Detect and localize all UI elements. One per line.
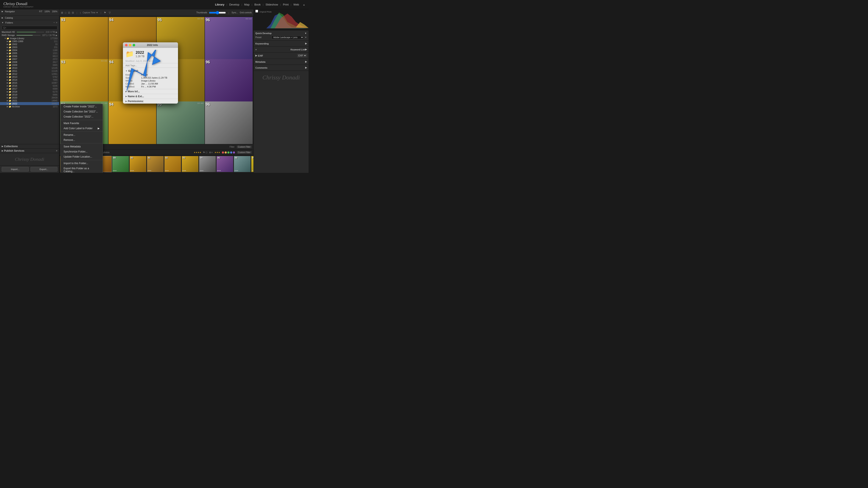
photo-cell[interactable]: 94 ★★★★ ◁⊡◨ xyxy=(108,101,156,144)
folder-2017[interactable]: ▶📁20176589 xyxy=(0,87,59,90)
modal-general-header[interactable]: ▼ General: xyxy=(125,69,176,73)
folder-1983-1999[interactable]: ▶📁1983-1999111 xyxy=(0,40,59,43)
folder-2013[interactable]: ▶📁20135762 xyxy=(0,75,59,78)
folder-2016[interactable]: ▶📁20166206 xyxy=(0,84,59,87)
modal-close-button[interactable] xyxy=(125,44,128,46)
folder-2020[interactable]: ▶📁202028439 xyxy=(0,96,59,99)
photo-cell[interactable]: 96 ISO 100 ★★★ ◁⊡◨ xyxy=(205,17,253,65)
modal-permissions[interactable]: ▶ Permissions: xyxy=(123,99,178,104)
folder-2018[interactable]: ▶📁20186170 xyxy=(0,90,59,93)
filter-flags[interactable]: ⚑ ⬡ xyxy=(203,151,208,154)
modal-name-ext[interactable]: ▶ Name & Ext... xyxy=(123,94,178,99)
thumbnail-size-slider[interactable] xyxy=(209,11,226,14)
photo-cell[interactable]: 96 ★★★ ◁⊡◨ xyxy=(205,59,253,107)
film-photo-92[interactable]: 92★★★ xyxy=(164,156,181,172)
folder-2002[interactable]: ▶📁200233 xyxy=(0,43,59,46)
view-compare-icon[interactable]: ⊡ xyxy=(68,11,70,14)
original-photo-checkbox[interactable] xyxy=(255,10,258,12)
folder-2006[interactable]: ▶📁20066813 xyxy=(0,55,59,58)
film-photo-94[interactable]: 94★★★ xyxy=(199,156,216,172)
sort-label[interactable]: Capture Time ▼ xyxy=(83,11,98,14)
nav-book[interactable]: Book xyxy=(252,3,263,6)
keyword-list-plus[interactable]: + xyxy=(255,48,257,51)
folder-2003[interactable]: ▶📁2003231 xyxy=(0,46,59,49)
quick-develop-options[interactable]: ▼ xyxy=(305,36,307,38)
navigator-header[interactable]: ▶ Navigator FIT 100% 200% xyxy=(0,9,59,13)
folders-plus[interactable]: + xyxy=(56,21,57,24)
photo-cell[interactable]: 95 ISO 400 ★★★ ◁⊡◨ xyxy=(157,101,205,144)
film-photo-91[interactable]: 91★★★ xyxy=(147,156,164,172)
filmstrip-dot-blue[interactable] xyxy=(230,152,232,154)
ctx-save-metadata[interactable]: Save Metadata xyxy=(61,144,102,149)
modal-minimize-button[interactable] xyxy=(129,44,131,46)
flag-icon[interactable]: ⚑ xyxy=(104,11,106,14)
rating-stars-filter[interactable]: ★★★★ xyxy=(194,151,201,154)
folder-2004[interactable]: ▶📁20041180 xyxy=(0,49,59,52)
metadata-header[interactable]: Metadata ▶ xyxy=(255,60,307,64)
view-loupe-icon[interactable]: □ xyxy=(65,11,66,14)
import-button[interactable]: Import... xyxy=(2,167,29,171)
ctx-synchronize[interactable]: Synchronize Folder... xyxy=(61,149,102,154)
film-photo-96[interactable]: 96★★★ xyxy=(234,156,251,172)
grid-controls-button[interactable]: Grid controls xyxy=(240,11,252,14)
film-photo-95[interactable]: 95★★★ xyxy=(216,156,233,172)
sort-icon[interactable]: ↕ xyxy=(80,11,81,14)
film-photo-89[interactable]: 89★★★ xyxy=(112,156,129,172)
preset-select[interactable]: Adobe Landscape + Lens xyxy=(272,36,304,39)
flag-down-icon[interactable]: ▽ xyxy=(109,11,111,14)
folder-2021[interactable]: ▶📁202114845 xyxy=(0,99,59,102)
folder-2012[interactable]: ▶📁201212461 xyxy=(0,72,59,75)
photo-cell[interactable]: 93 ★★★ ◁⊡◨ xyxy=(60,17,108,65)
folders-header[interactable]: ▼ Folders − + xyxy=(0,20,59,25)
folder-2015[interactable]: ▶📁201510387 xyxy=(0,82,59,84)
ctx-update-location[interactable]: Update Folder Location... xyxy=(61,154,102,159)
publish-plus-icon[interactable]: + xyxy=(56,149,57,152)
comments-header[interactable]: Comments ▶ xyxy=(255,66,307,70)
collections-header[interactable]: ▶ Collections xyxy=(0,144,59,149)
photo-cell[interactable]: 93 ISO 200 ★★★ ◁⊡◨ xyxy=(60,59,108,107)
ctx-create-collection-set[interactable]: Create Collection Set "2022"... xyxy=(61,109,102,114)
ctx-add-color-label[interactable]: Add Color Label to Folder ▶ xyxy=(61,126,102,131)
folder-2009[interactable]: ▶📁20096965 xyxy=(0,64,59,66)
exif-header[interactable]: ▶ EXIF EXIF xyxy=(255,53,307,58)
folder-2019[interactable]: ▶📁20196986 xyxy=(0,93,59,96)
filmstrip-dot-green[interactable] xyxy=(227,152,229,154)
filmstrip-dot-red[interactable] xyxy=(222,152,224,154)
nav-web[interactable]: Web xyxy=(291,3,301,6)
modal-zoom-button[interactable] xyxy=(133,44,135,46)
folder-2011[interactable]: ▶📁201111126 xyxy=(0,69,59,72)
publish-services-header[interactable]: ▶ Publish Services + xyxy=(0,149,59,153)
catalog-header[interactable]: ▶ Catalog xyxy=(0,16,59,20)
folder-archive[interactable]: ▶📁Archive1073 xyxy=(0,105,59,108)
nav-slideshow[interactable]: Slideshow xyxy=(264,3,280,6)
film-photo-97[interactable]: 97★★★ xyxy=(251,156,253,172)
quick-develop-header[interactable]: Quick Develop ▼ xyxy=(255,31,307,35)
export-button[interactable]: Export... xyxy=(31,167,58,171)
filter-type-value[interactable]: Custom Filter xyxy=(237,145,252,148)
view-survey-icon[interactable]: ⊟ xyxy=(72,11,74,14)
ctx-rename[interactable]: Rename... xyxy=(61,132,102,137)
filmstrip-dot-yellow[interactable] xyxy=(225,152,227,154)
nav-map[interactable]: Map xyxy=(242,3,252,6)
keyword-list-header[interactable]: + Keyword List ▶ xyxy=(255,47,307,52)
exif-select[interactable]: EXIF xyxy=(297,54,307,57)
ctx-export-catalog[interactable]: Export this Folder as a Catalog... xyxy=(61,166,102,173)
p200-button[interactable]: 200% xyxy=(52,10,57,13)
filmstrip-dot-purple[interactable] xyxy=(233,152,235,154)
film-photo-90[interactable]: 90★★★ xyxy=(129,156,147,172)
ctx-remove[interactable]: Remove... xyxy=(61,137,102,142)
folder-2008[interactable]: ▶📁20082617 xyxy=(0,61,59,64)
sync-button[interactable]: Sync... xyxy=(231,11,238,14)
film-photo-93[interactable]: 93★★★ xyxy=(182,156,198,172)
p100-button[interactable]: 100% xyxy=(44,10,50,13)
ctx-mark-favorite[interactable]: Mark Favorite xyxy=(61,121,102,126)
nav-library[interactable]: Library xyxy=(213,3,226,6)
folder-2007[interactable]: ▶📁20072372 xyxy=(0,58,59,61)
folders-minus[interactable]: − xyxy=(53,21,55,24)
disk-macintosh-arrow[interactable]: ▶ xyxy=(56,31,57,33)
ctx-create-collection[interactable]: Create Collection "2022"... xyxy=(61,114,102,119)
modal-more-info[interactable]: ▶ More Inf... xyxy=(123,89,178,94)
modal-tags-input[interactable] xyxy=(125,64,176,67)
ctx-import-folder[interactable]: Import to this Folder... xyxy=(61,161,102,166)
fit-button[interactable]: FIT xyxy=(39,10,42,13)
